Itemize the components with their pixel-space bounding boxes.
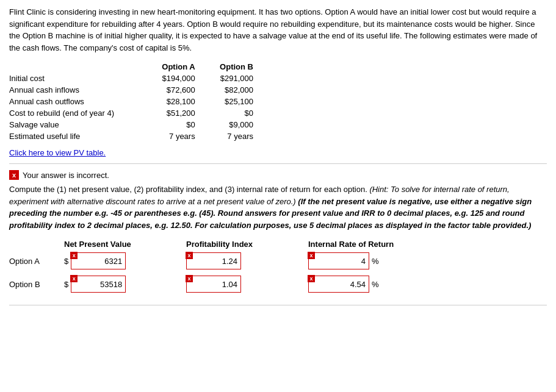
col-header-0 <box>9 61 150 73</box>
table-cell-4-1: $0 <box>150 119 208 130</box>
table-cell-1-2: $82,000 <box>208 84 265 96</box>
option-a-npv-dollar: $ <box>64 257 68 266</box>
answers-col1-header: Net Present Value <box>64 240 186 249</box>
pv-table-link[interactable]: Click here to view PV table. <box>9 148 547 157</box>
option-a-row: Option A $ x x x % <box>9 252 547 269</box>
table-row: Cost to rebuild (end of year 4)$51,200$0 <box>9 107 265 119</box>
answers-header-row: Net Present Value Profitability Index In… <box>9 240 547 249</box>
option-a-pi-input[interactable] <box>186 252 241 269</box>
option-a-irr-group: x % <box>308 252 442 269</box>
option-a-pi-error-icon: x <box>186 252 193 259</box>
option-b-label: Option B <box>9 280 64 289</box>
instruction-text: Compute the (1) net present value, (2) p… <box>9 184 547 231</box>
option-b-npv-group: $ x <box>64 276 186 293</box>
option-b-irr-input[interactable] <box>308 276 369 293</box>
option-a-pi-wrapper: x <box>186 252 241 269</box>
option-a-pi-group: x <box>186 252 308 269</box>
option-b-npv-input[interactable] <box>71 276 126 293</box>
problem-description: Flint Clinic is considering investing in… <box>9 6 547 54</box>
option-b-irr-percent: % <box>372 280 379 289</box>
table-cell-3-0: Cost to rebuild (end of year 4) <box>9 107 150 119</box>
option-b-row: Option B $ x x x % <box>9 276 547 293</box>
option-b-irr-error-icon: x <box>308 275 315 282</box>
table-cell-0-0: Initial cost <box>9 73 150 84</box>
table-cell-5-2: 7 years <box>208 130 265 142</box>
divider-2 <box>9 305 547 305</box>
data-table: Option A Option B Initial cost$194,000$2… <box>9 61 265 142</box>
option-a-irr-percent: % <box>372 257 379 266</box>
table-row: Initial cost$194,000$291,000 <box>9 73 265 84</box>
option-b-pi-group: x <box>186 276 308 293</box>
option-b-npv-wrapper: x <box>71 276 126 293</box>
problem-text-content: Flint Clinic is considering investing in… <box>9 7 537 52</box>
answers-section: Net Present Value Profitability Index In… <box>9 240 547 293</box>
option-a-irr-error-icon: x <box>308 252 315 259</box>
table-cell-2-2: $25,100 <box>208 96 265 107</box>
divider-1 <box>9 163 547 164</box>
table-cell-0-1: $194,000 <box>150 73 208 84</box>
option-b-npv-dollar: $ <box>64 280 68 289</box>
option-b-irr-group: x % <box>308 276 442 293</box>
col-header-option-b: Option B <box>208 61 265 73</box>
answers-col3-header: Internal Rate of Return <box>308 240 442 249</box>
table-cell-5-0: Estimated useful life <box>9 130 150 142</box>
table-cell-3-2: $0 <box>208 107 265 119</box>
incorrect-label: Your answer is incorrect. <box>23 171 109 180</box>
table-cell-2-1: $28,100 <box>150 96 208 107</box>
option-a-npv-input[interactable] <box>71 252 126 269</box>
table-row: Annual cash inflows$72,600$82,000 <box>9 84 265 96</box>
option-a-npv-wrapper: x <box>71 252 126 269</box>
col-header-option-a: Option A <box>150 61 208 73</box>
table-cell-3-1: $51,200 <box>150 107 208 119</box>
option-a-label: Option A <box>9 257 64 266</box>
table-row: Annual cash outflows$28,100$25,100 <box>9 96 265 107</box>
option-a-npv-group: $ x <box>64 252 186 269</box>
option-a-irr-wrapper: x <box>308 252 369 269</box>
incorrect-banner: x Your answer is incorrect. <box>9 170 547 180</box>
answers-col2-header: Profitability Index <box>186 240 308 249</box>
option-b-npv-error-icon: x <box>70 275 78 282</box>
option-b-pi-wrapper: x <box>186 276 241 293</box>
table-cell-4-2: $9,000 <box>208 119 265 130</box>
option-b-pi-error-icon: x <box>186 275 193 282</box>
table-cell-1-0: Annual cash inflows <box>9 84 150 96</box>
table-row: Estimated useful life7 years7 years <box>9 130 265 142</box>
table-cell-1-1: $72,600 <box>150 84 208 96</box>
table-cell-0-2: $291,000 <box>208 73 265 84</box>
option-b-irr-wrapper: x <box>308 276 369 293</box>
option-a-irr-input[interactable] <box>308 252 369 269</box>
option-b-pi-input[interactable] <box>186 276 241 293</box>
table-cell-2-0: Annual cash outflows <box>9 96 150 107</box>
table-row: Salvage value$0$9,000 <box>9 119 265 130</box>
option-a-npv-error-icon: x <box>70 252 78 259</box>
incorrect-x-icon: x <box>9 170 19 180</box>
table-cell-5-1: 7 years <box>150 130 208 142</box>
table-cell-4-0: Salvage value <box>9 119 150 130</box>
